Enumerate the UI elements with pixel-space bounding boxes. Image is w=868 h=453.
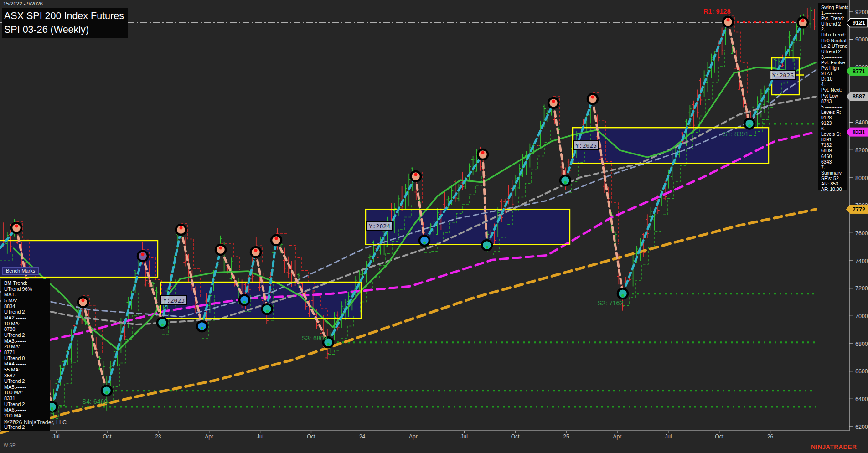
bm-trend-line: 8780 <box>4 326 50 332</box>
pivot-dot <box>552 99 555 103</box>
swing-pivot-line: Swing Pivots <box>821 5 847 10</box>
pivot-dot <box>564 181 567 184</box>
price-axis-label: 7000 <box>855 313 868 319</box>
swing-low-marker <box>560 175 570 185</box>
bm-trend-line: 100 MA: <box>4 390 50 396</box>
time-axis-label: Oct <box>103 433 112 440</box>
swing-pivot-line: UTrend 2 <box>821 21 847 26</box>
price-axis-label: 7200 <box>855 285 868 292</box>
bm-trend-line: MA2.------ <box>4 315 50 321</box>
swing-pivot-line: 3.----------- <box>821 54 847 60</box>
pivot-dot <box>141 252 145 256</box>
bm-trend-line: 8331 <box>4 396 50 402</box>
support-label: S4: 6460 <box>82 398 108 405</box>
swing-high-marker <box>11 223 21 233</box>
chart-title-line2: SPI 03-26 (Weekly) <box>4 23 124 36</box>
swing-low-marker <box>239 295 249 305</box>
swing-high-marker <box>138 251 148 261</box>
swing-high-marker <box>723 17 733 27</box>
time-axis-label: Apr <box>205 433 213 440</box>
pivot-dot <box>105 391 108 394</box>
swing-low-marker <box>262 304 272 314</box>
swing-pivot-line: 8391 <box>821 137 847 142</box>
chart-title-line1: ASX SPI 200 Index Futures <box>4 9 124 23</box>
price-bar <box>518 164 521 189</box>
swing-pivot-line: 5.----------- <box>821 104 847 109</box>
price-axis-label: 7600 <box>855 230 868 237</box>
price-axis-label: 9200 <box>855 9 868 15</box>
swing-pivot-line: Levels S: <box>821 131 847 137</box>
year-chip-label: Y:2024 <box>369 223 390 230</box>
date-range-label: 15/2022 - 9/2026 <box>3 1 43 6</box>
time-axis-label: Jul <box>461 433 468 440</box>
time-axis-label: Apr <box>409 433 418 440</box>
time-axis-label: 24 <box>359 433 366 440</box>
swing-high-marker <box>216 245 226 255</box>
support-label: S3: 6809 <box>302 335 327 342</box>
bm-trend-line: 8587 <box>4 373 50 379</box>
swing-low-marker <box>618 288 628 299</box>
swing-pivot-line: Hi:0 Neutral <box>821 38 847 43</box>
year-range-box-fill <box>366 209 570 244</box>
bench-marks-panel: BM Trend:UTrend 96%MA1.------5 MA:8834UT… <box>1 279 50 431</box>
price-axis-label: 9000 <box>855 36 868 43</box>
swing-pivot-line: AR: 853 <box>821 181 847 186</box>
support-label: S1: 8391 <box>723 130 749 138</box>
price-marker-label: 8587 <box>852 93 865 100</box>
chart-title: ASX SPI 200 Index Futures SPI 03-26 (Wee… <box>2 8 128 38</box>
time-axis-label: Oct <box>307 433 315 440</box>
pivot-dot <box>266 310 269 313</box>
pivot-dot <box>486 246 488 249</box>
time-axis-label: 26 <box>767 433 774 440</box>
swing-low-marker <box>157 318 167 328</box>
pivot-dot <box>275 237 278 240</box>
swing-pivot-line: 1.----------- <box>821 10 847 15</box>
year-chip-label: Y:2026 <box>772 72 794 79</box>
bm-trend-line: 8771 <box>4 350 50 355</box>
price-bar <box>809 7 812 28</box>
price-axis-label: 8000 <box>855 175 868 181</box>
swing-pivot-line: SP's: 52 <box>821 175 847 181</box>
swing-pivot-line: Pvt High <box>821 65 847 71</box>
trail-stop-up-line <box>623 50 725 305</box>
swing-high-marker <box>548 98 558 108</box>
bm-trend-line: MA1.------ <box>4 292 50 298</box>
swing-pivot-line: 6.----------- <box>821 126 847 131</box>
pivot-dot <box>201 327 203 330</box>
time-axis-label: 25 <box>563 433 569 440</box>
swing-pivot-line: UTrend 2 <box>821 49 847 54</box>
swing-high-marker <box>411 171 421 181</box>
swing-pivot-line: 9123 <box>821 71 847 76</box>
swing-high-marker <box>271 235 281 245</box>
swing-up-line <box>328 176 416 342</box>
bm-trend-line: UTrend 2 <box>4 378 50 384</box>
price-axis-label: 6400 <box>855 396 868 402</box>
price-axis-label: 8200 <box>855 147 868 154</box>
swing-low-marker <box>102 386 112 396</box>
pivot-dot <box>161 324 164 326</box>
bm-trend-line: BM Trend: <box>4 280 50 286</box>
bm-trend-line: MA6.------ <box>4 407 50 413</box>
swing-pivot-line: 6460 <box>821 154 847 159</box>
bench-marks-tag[interactable]: Bench Marks <box>2 267 39 275</box>
swing-pivot-line: 4.----------- <box>821 82 847 87</box>
swing-pivot-line: 7.----------- <box>821 165 847 170</box>
price-bar <box>813 9 816 30</box>
bm-trend-line: 5 MA: <box>4 298 50 304</box>
ninjatrader-logo: NINJATRADER <box>811 443 857 450</box>
bm-trend-line: 10 MA: <box>4 321 50 327</box>
price-bar <box>631 255 635 287</box>
chart-tab-wspi[interactable]: W SPI <box>4 443 16 448</box>
swing-low-marker <box>197 321 207 331</box>
pivot-dot <box>327 343 330 346</box>
bm-trend-line: UTrend 2 <box>4 309 50 315</box>
swing-pivot-line: Levels R: <box>821 109 847 115</box>
swing-high-marker <box>588 94 598 104</box>
swing-down-line <box>553 103 565 180</box>
price-chart[interactable]: R1: 9128S1: 8391S2: 7162S3: 6809S4: 6460… <box>0 0 868 453</box>
bm-trend-line: MA4.------ <box>4 361 50 367</box>
swing-down-line <box>728 22 749 124</box>
pivot-dot <box>219 247 222 250</box>
resistance-label: R1: 9128 <box>703 8 731 15</box>
pivot-dot <box>727 18 730 21</box>
